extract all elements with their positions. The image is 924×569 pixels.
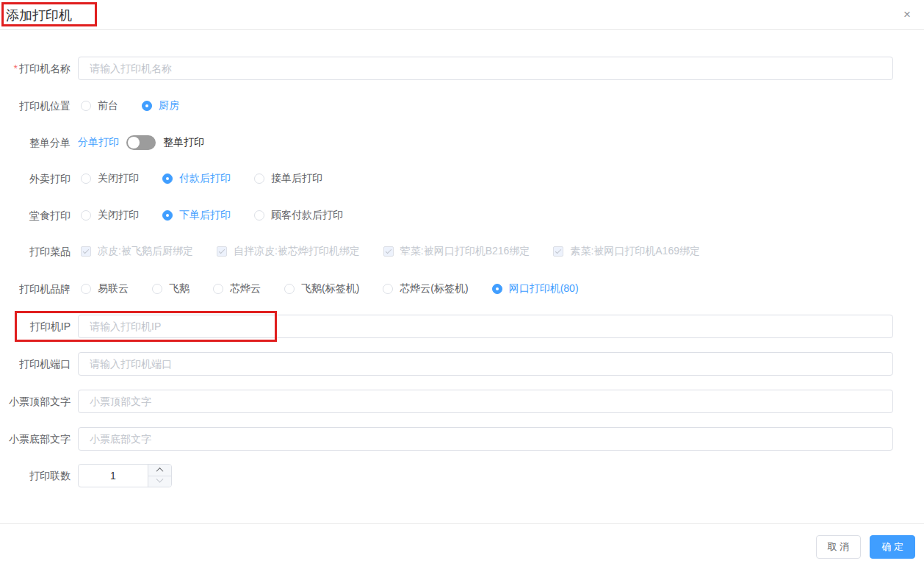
toggle-knob (128, 137, 140, 148)
chevron-down-icon (156, 476, 164, 483)
radio-option[interactable]: 接单后打印 (254, 172, 322, 185)
printer-brand-radio-group: 易联云 飞鹅 芯烨云 飞鹅(标签机) (78, 282, 602, 296)
whole-print-label: 整单打印 (163, 136, 204, 149)
form-row-printer-port: 打印机端口 (0, 352, 893, 376)
radio-option-label: 芯烨云 (230, 282, 261, 296)
print-copies-value[interactable]: 1 (79, 465, 148, 487)
radio-option-label: 付款后打印 (179, 172, 231, 185)
printer-name-input[interactable] (78, 57, 893, 80)
form-row-printer-brand: 打印机品牌 易联云 飞鹅 芯烨云 (0, 277, 893, 301)
split-print-label: 分单打印 (78, 136, 119, 149)
checkbox-icon (81, 246, 91, 257)
receipt-footer-label: 小票底部文字 (0, 427, 71, 451)
printer-location-label: 打印机位置 (0, 94, 71, 118)
form-row-receipt-footer: 小票底部文字 (0, 427, 893, 451)
order-split-toggle[interactable] (126, 135, 156, 150)
form-row-dinein-print: 堂食打印 关闭打印 下单后打印 顾客付款后打印 (0, 204, 893, 227)
stepper-buttons (148, 465, 171, 487)
cancel-button[interactable]: 取 消 (816, 535, 862, 559)
form-row-printer-ip: 打印机IP (0, 315, 893, 338)
radio-option[interactable]: 易联云 (81, 282, 129, 296)
form-row-printer-name: *打印机名称 (0, 57, 893, 80)
receipt-footer-input[interactable] (78, 427, 893, 451)
radio-icon (254, 173, 264, 184)
radio-option[interactable]: 厨房 (142, 99, 179, 112)
add-printer-dialog: 添加打印机 × *打印机名称 打印机位置 前台 厨房 (0, 0, 924, 569)
dinein-print-radio-group: 关闭打印 下单后打印 顾客付款后打印 (78, 209, 367, 222)
radio-icon (254, 210, 264, 221)
radio-icon (81, 173, 91, 184)
checkbox-option: 素菜:被网口打印机A169绑定 (553, 245, 700, 258)
radio-option-label: 厨房 (159, 99, 179, 112)
radio-option-label: 飞鹅 (169, 282, 190, 296)
receipt-header-input[interactable] (78, 390, 893, 413)
printer-ip-label: 打印机IP (0, 315, 71, 338)
radio-icon (81, 284, 91, 294)
dialog-header: 添加打印机 × (0, 0, 924, 30)
radio-option-label: 关闭打印 (98, 209, 139, 222)
radio-option-label: 关闭打印 (98, 172, 139, 185)
radio-option[interactable]: 前台 (81, 99, 118, 112)
printer-port-input[interactable] (78, 352, 893, 376)
required-mark: * (14, 62, 18, 74)
checkbox-option-label: 荤菜:被网口打印机B216绑定 (400, 245, 530, 258)
dialog-footer: 取 消 确 定 (0, 523, 924, 569)
radio-icon (81, 210, 91, 221)
checkbox-option-label: 凉皮:被飞鹅后厨绑定 (98, 245, 193, 258)
decrement-button[interactable] (148, 476, 171, 487)
radio-option[interactable]: 芯烨云 (213, 282, 261, 296)
radio-option-label: 前台 (98, 99, 118, 112)
chevron-up-icon (156, 468, 164, 475)
radio-icon (492, 284, 502, 294)
radio-option-label: 飞鹅(标签机) (301, 282, 359, 296)
form-row-printer-location: 打印机位置 前台 厨房 (0, 94, 893, 118)
takeout-print-radio-group: 关闭打印 付款后打印 接单后打印 (78, 172, 346, 185)
increment-button[interactable] (148, 465, 171, 476)
radio-option[interactable]: 飞鹅(标签机) (284, 282, 359, 296)
form-row-print-dishes: 打印菜品 凉皮:被飞鹅后厨绑定 自拌凉皮:被芯烨打印机绑定 (0, 240, 893, 263)
radio-option[interactable]: 网口打印机(80) (492, 282, 579, 296)
checkbox-icon (217, 246, 227, 257)
close-icon[interactable]: × (899, 7, 915, 23)
checkbox-option-label: 自拌凉皮:被芯烨打印机绑定 (234, 245, 360, 258)
radio-option-label: 顾客付款后打印 (271, 209, 343, 222)
receipt-header-label: 小票顶部文字 (0, 390, 71, 413)
radio-icon (284, 284, 295, 294)
radio-option-label: 易联云 (98, 282, 129, 296)
checkbox-icon (553, 246, 563, 257)
radio-icon (213, 284, 223, 294)
radio-option[interactable]: 飞鹅 (152, 282, 190, 296)
radio-option-label: 接单后打印 (271, 172, 322, 185)
form-row-receipt-header: 小票顶部文字 (0, 390, 893, 413)
confirm-button[interactable]: 确 定 (870, 535, 915, 559)
radio-option[interactable]: 下单后打印 (162, 209, 231, 222)
printer-name-label: *打印机名称 (0, 57, 71, 80)
radio-option[interactable]: 关闭打印 (81, 209, 139, 222)
radio-option[interactable]: 关闭打印 (81, 172, 139, 185)
checkbox-icon (383, 246, 394, 257)
print-dishes-checkbox-group: 凉皮:被飞鹅后厨绑定 自拌凉皮:被芯烨打印机绑定 荤菜:被网口打印机B216绑定 (78, 245, 723, 258)
radio-option[interactable]: 顾客付款后打印 (254, 209, 343, 222)
printer-brand-label: 打印机品牌 (0, 277, 71, 301)
radio-icon (81, 101, 91, 111)
dinein-print-label: 堂食打印 (0, 204, 71, 227)
radio-option[interactable]: 芯烨云(标签机) (383, 282, 468, 296)
order-split-label: 整单分单 (0, 131, 71, 154)
radio-option-label: 网口打印机(80) (509, 282, 579, 296)
checkbox-option: 自拌凉皮:被芯烨打印机绑定 (217, 245, 360, 258)
print-dishes-label: 打印菜品 (0, 240, 71, 263)
radio-option[interactable]: 付款后打印 (162, 172, 231, 185)
radio-icon (152, 284, 162, 294)
printer-port-label: 打印机端口 (0, 352, 71, 376)
radio-icon (162, 173, 173, 184)
radio-icon (142, 101, 152, 111)
form-row-print-copies: 打印联数 1 (0, 464, 893, 487)
checkbox-option: 凉皮:被飞鹅后厨绑定 (81, 245, 193, 258)
print-copies-stepper[interactable]: 1 (78, 464, 172, 487)
takeout-print-label: 外卖打印 (0, 167, 71, 190)
printer-ip-input[interactable] (78, 315, 893, 338)
radio-icon (162, 210, 173, 221)
form-row-takeout-print: 外卖打印 关闭打印 付款后打印 接单后打印 (0, 167, 893, 190)
checkbox-option: 荤菜:被网口打印机B216绑定 (383, 245, 530, 258)
radio-option-label: 下单后打印 (179, 209, 231, 222)
